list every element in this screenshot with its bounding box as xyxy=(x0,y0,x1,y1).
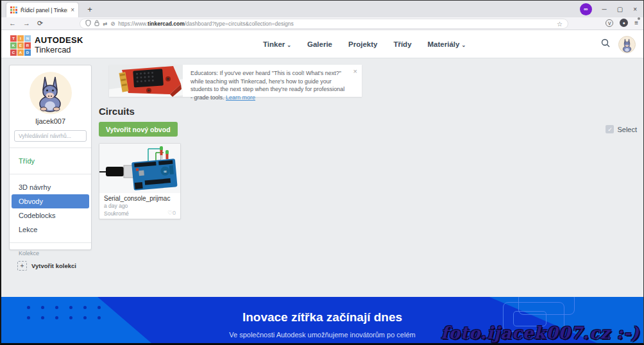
nav-projekty[interactable]: Projekty xyxy=(348,40,377,48)
username: Ijacek007 xyxy=(10,117,91,125)
lock-icon[interactable] xyxy=(94,20,99,28)
design-title[interactable]: Serial_console_prijmac xyxy=(99,193,180,202)
select-control[interactable]: ✓ Select xyxy=(606,125,637,133)
profile-avatar[interactable] xyxy=(30,72,72,114)
screenshot-root: Řídicí panel | Tinkercad × + ∞ ─ ▢ × ← →… xyxy=(0,0,644,345)
header-right xyxy=(600,30,636,58)
tinkercad-favicon xyxy=(10,6,17,13)
url-text[interactable]: https://www.tinkercad.com/dashboard?type… xyxy=(118,21,554,27)
select-label: Select xyxy=(617,126,637,133)
brand-text[interactable]: AUTODESK Tinkercad xyxy=(35,36,83,55)
shield-icon[interactable] xyxy=(85,20,91,28)
browser-tab[interactable]: Řídicí panel | Tinkercad × xyxy=(6,3,78,17)
browser-nav-buttons: ← → ⟳ xyxy=(9,19,73,28)
tinkercad-header: T I N K E R C A D AUTODESK Tinkercad Tin… xyxy=(1,30,643,58)
toolbar-icons: v ● ≡ xyxy=(606,19,638,27)
design-thumbnail: ∞ xyxy=(99,144,180,193)
nav-tridy[interactable]: Třídy xyxy=(393,40,411,48)
brand-autodesk: AUTODESK xyxy=(35,36,83,45)
window-controls: ∞ ─ ▢ × xyxy=(580,1,641,17)
create-collection-button[interactable]: + Vytvořit kolekci xyxy=(10,259,91,273)
search-icon[interactable] xyxy=(600,38,611,51)
collections-label: Kolekce xyxy=(10,249,91,259)
autoplay-blocked-icon[interactable]: ⊘ xyxy=(110,21,115,27)
likes-count: ♡0 xyxy=(167,210,176,216)
design-age: a day ago xyxy=(99,202,180,210)
banner-close-icon[interactable]: × xyxy=(353,67,357,75)
plus-icon: + xyxy=(17,261,27,271)
divider xyxy=(10,174,91,174)
divider xyxy=(10,147,91,148)
pocket-icon[interactable]: v xyxy=(606,19,613,27)
bookmark-star-icon[interactable]: ☆ xyxy=(557,21,563,28)
sidebar-item-codeblocks[interactable]: Codeblocks xyxy=(10,208,91,223)
page-title: Circuits xyxy=(99,106,135,117)
tab-close-icon[interactable]: × xyxy=(71,6,74,13)
photo-watermark: foto.ijacek007.cz :-) xyxy=(441,323,640,342)
window-maximize-button[interactable]: ▢ xyxy=(617,6,623,13)
extension-icon[interactable]: ● xyxy=(620,19,628,27)
sidebar: Ijacek007 Třídy 3D návrhy Obvody Codeblo… xyxy=(9,65,92,250)
main-navigation: Tinker⌄ Galerie Projekty Třídy Materiály… xyxy=(263,30,466,58)
reload-button[interactable]: ⟳ xyxy=(37,19,43,28)
create-circuit-button[interactable]: Vytvořit nový obvod xyxy=(99,122,178,137)
sidebar-item-lekce[interactable]: Lekce xyxy=(10,223,91,237)
nav-materialy[interactable]: Materiály⌄ xyxy=(428,40,466,48)
chevron-down-icon: ⌄ xyxy=(287,42,291,48)
banner-body: Educators: If you've ever heard "This is… xyxy=(183,65,362,97)
select-checkbox[interactable]: ✓ xyxy=(606,125,614,133)
divider xyxy=(10,242,91,243)
chevron-down-icon: ⌄ xyxy=(461,42,466,48)
nav-tinker[interactable]: Tinker⌄ xyxy=(263,40,291,48)
svg-text:∞: ∞ xyxy=(163,169,167,174)
address-bar[interactable]: ⇄ ⊘ https://www.tinkercad.com/dashboard?… xyxy=(80,19,568,29)
new-tab-button[interactable]: + xyxy=(83,3,96,16)
brand-tinkercad: Tinkercad xyxy=(35,46,83,55)
permissions-icon[interactable]: ⇄ xyxy=(103,21,107,27)
app-menu-icon[interactable]: ≡ xyxy=(634,19,638,26)
user-avatar[interactable] xyxy=(618,36,636,53)
window-minimize-button[interactable]: ─ xyxy=(602,6,607,13)
footer-headline: Inovace zítřka začínají dnes xyxy=(1,310,643,324)
educators-banner: Educators: If you've ever heard "This is… xyxy=(109,65,362,97)
design-search-input[interactable] xyxy=(14,130,87,142)
forward-button[interactable]: → xyxy=(23,19,30,28)
window-close-button[interactable]: × xyxy=(633,6,637,13)
dashboard-main: Ijacek007 Třídy 3D návrhy Obvody Codeblo… xyxy=(1,58,643,297)
sidebar-item-obvody[interactable]: Obvody xyxy=(12,194,89,208)
banner-text: Educators: If you've ever heard "This is… xyxy=(191,69,348,101)
sidebar-item-tridy[interactable]: Třídy xyxy=(10,154,91,168)
browser-tab-strip: Řídicí panel | Tinkercad × + ∞ ─ ▢ × xyxy=(1,1,643,17)
banner-image xyxy=(109,65,183,97)
tab-title: Řídicí panel | Tinkercad xyxy=(21,7,67,13)
sidebar-item-3d-navrhy[interactable]: 3D návrhy xyxy=(10,180,91,194)
firefox-account-icon[interactable]: ∞ xyxy=(580,3,592,15)
footer: Inovace zítřka začínají dnes Ve společno… xyxy=(1,297,643,344)
back-button[interactable]: ← xyxy=(9,19,16,28)
nav-galerie[interactable]: Galerie xyxy=(307,40,332,48)
tinkercad-logo[interactable]: T I N K E R C A D xyxy=(10,35,31,56)
design-card[interactable]: ∞ Serial_console_prijmac a day ago Soukr… xyxy=(99,143,181,219)
browser-toolbar: ← → ⟳ ⇄ ⊘ https://www.tinkercad.com/dash… xyxy=(1,17,643,30)
learn-more-link[interactable]: Learn more xyxy=(226,94,255,101)
